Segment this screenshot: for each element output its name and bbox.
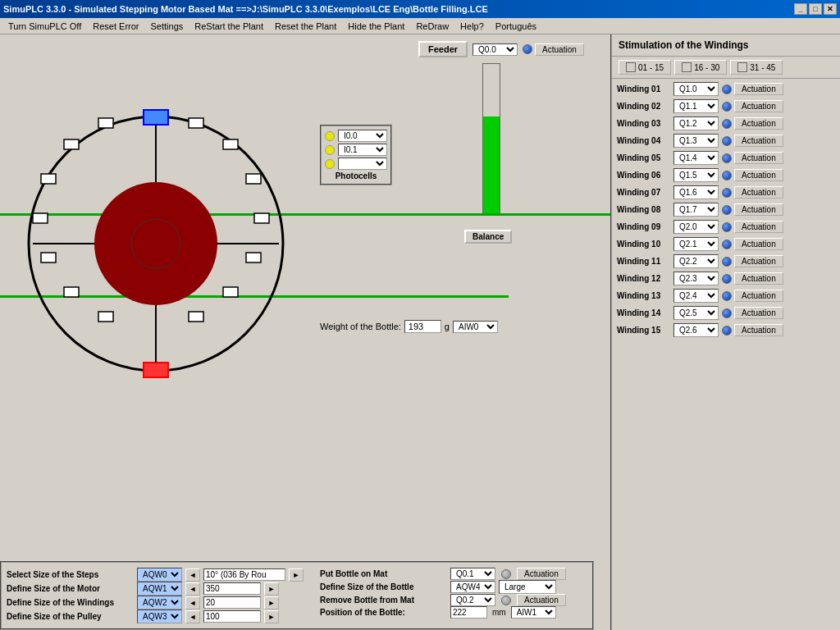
motor-up-btn[interactable]: ►: [264, 582, 279, 596]
remove-bottle-actuation-btn[interactable]: Actuation: [517, 594, 566, 606]
list-item: Winding 14Q2.5Actuation: [617, 304, 835, 322]
feeder-register-select[interactable]: Q0.0: [472, 43, 518, 56]
menu-hide[interactable]: Hide the Plant: [343, 20, 409, 33]
menu-lang[interactable]: Português: [491, 20, 541, 33]
photocell-select-1[interactable]: I0.0: [338, 130, 387, 142]
svg-rect-1: [144, 110, 168, 125]
weight-label: Weight of the Bottle:: [320, 322, 401, 331]
feeder-led: [523, 44, 532, 54]
winding-select-9[interactable]: Q2.0: [673, 220, 719, 234]
winding-actuation-btn-1[interactable]: Actuation: [734, 83, 783, 95]
winding-name-5: Winding 05: [617, 153, 670, 162]
put-bottle-led: [501, 569, 511, 579]
winding-actuation-btn-2[interactable]: Actuation: [734, 100, 783, 112]
winding-name-3: Winding 03: [617, 119, 670, 128]
winding-select-7[interactable]: Q1.6: [673, 185, 719, 199]
menu-turn-off[interactable]: Turn SimuPLC Off: [3, 20, 86, 33]
winding-select-2[interactable]: Q1.1: [673, 99, 719, 113]
feeder-actuation-button[interactable]: Actuation: [535, 43, 584, 56]
winding-select-12[interactable]: Q2.3: [673, 272, 719, 285]
steps-row: Select Size of the Steps AQW0 ◄ ►: [7, 568, 304, 582]
winding-actuation-7: Actuation: [722, 186, 783, 199]
winding-actuation-btn-8[interactable]: Actuation: [734, 203, 783, 216]
pulley-row: Define Size of the Pulley AQW3 ◄ ►: [7, 609, 304, 623]
winding-list: Winding 01Q1.0ActuationWinding 02Q1.1Act…: [612, 79, 840, 630]
menu-settings[interactable]: Settings: [146, 20, 189, 33]
winding-select-10[interactable]: Q2.1: [673, 237, 719, 251]
menu-reset-error[interactable]: Reset Error: [88, 20, 144, 33]
bottle-size-value-select[interactable]: Large: [499, 580, 556, 594]
menu-reset-plant[interactable]: Reset the Plant: [270, 20, 341, 33]
steps-value[interactable]: [203, 568, 285, 581]
svg-rect-5: [41, 174, 56, 184]
windings-up-btn[interactable]: ►: [264, 596, 279, 609]
steps-up-btn[interactable]: ►: [289, 568, 304, 582]
photocell-led-3: [325, 159, 335, 169]
minimize-button[interactable]: _: [794, 3, 807, 15]
winding-select-15[interactable]: Q2.6: [673, 323, 719, 337]
winding-actuation-btn-10[interactable]: Actuation: [734, 238, 783, 250]
winding-select-6[interactable]: Q1.5: [673, 168, 719, 182]
windings-value[interactable]: [203, 596, 261, 609]
motor-value[interactable]: [203, 582, 261, 595]
photocell-select-2[interactable]: I0.1: [338, 144, 387, 156]
winding-select-1[interactable]: Q1.0: [673, 82, 719, 96]
winding-select-5[interactable]: Q1.4: [673, 151, 719, 165]
winding-select-11[interactable]: Q2.2: [673, 254, 719, 268]
steps-label: Select Size of the Steps: [7, 570, 134, 579]
maximize-button[interactable]: □: [809, 3, 822, 15]
title-bar: SimuPLC 3.3.0 - Simulated Stepping Motor…: [0, 0, 840, 18]
winding-select-13[interactable]: Q2.4: [673, 289, 719, 303]
steps-down-btn[interactable]: ◄: [185, 568, 200, 582]
menu-redraw[interactable]: ReDraw: [411, 20, 454, 33]
winding-actuation-btn-9[interactable]: Actuation: [734, 221, 783, 233]
put-bottle-actuation-btn[interactable]: Actuation: [517, 568, 566, 580]
winding-actuation-6: Actuation: [722, 169, 783, 181]
tab-icon-2: [682, 62, 692, 72]
windings-down-btn[interactable]: ◄: [185, 596, 200, 609]
windings-reg-select[interactable]: AQW2: [137, 596, 182, 609]
stim-tab-1-15[interactable]: 01 - 15: [619, 60, 671, 75]
winding-actuation-btn-12[interactable]: Actuation: [734, 272, 783, 285]
pulley-value[interactable]: [203, 610, 261, 623]
menu-restart[interactable]: ReStart the Plant: [189, 20, 268, 33]
winding-actuation-10: Actuation: [722, 238, 783, 250]
remove-bottle-reg-select[interactable]: Q0.2: [450, 594, 495, 606]
motor-down-btn[interactable]: ◄: [185, 582, 200, 596]
winding-select-8[interactable]: Q1.7: [673, 203, 719, 217]
pulley-down-btn[interactable]: ◄: [185, 610, 200, 623]
steps-reg-select[interactable]: AQW0: [137, 568, 182, 582]
pulley-up-btn[interactable]: ►: [264, 610, 279, 623]
winding-actuation-btn-4[interactable]: Actuation: [734, 135, 783, 147]
stim-tab-31-45[interactable]: 31 - 45: [730, 60, 783, 75]
winding-actuation-btn-15[interactable]: Actuation: [734, 324, 783, 336]
bottle-size-reg-select[interactable]: AQW4: [450, 581, 495, 593]
winding-actuation-btn-3[interactable]: Actuation: [734, 117, 783, 130]
svg-rect-13: [254, 213, 269, 223]
photocell-select-3[interactable]: [338, 158, 387, 170]
pulley-reg-select[interactable]: AQW3: [137, 609, 182, 623]
remove-bottle-label: Remove Bottle from Mat: [320, 596, 447, 605]
close-button[interactable]: ✕: [824, 3, 837, 15]
window-controls[interactable]: _ □ ✕: [794, 3, 837, 15]
winding-actuation-btn-7[interactable]: Actuation: [734, 186, 783, 199]
stim-tab-16-30[interactable]: 16 - 30: [674, 60, 727, 75]
winding-actuation-btn-6[interactable]: Actuation: [734, 169, 783, 181]
winding-actuation-btn-11[interactable]: Actuation: [734, 255, 783, 267]
photocell-row-3: [325, 158, 387, 170]
motor-reg-select[interactable]: AQW1: [137, 582, 182, 596]
winding-actuation-btn-13[interactable]: Actuation: [734, 290, 783, 302]
balance-label: Balance: [464, 230, 512, 244]
winding-select-3[interactable]: Q1.2: [673, 116, 719, 130]
winding-select-14[interactable]: Q2.5: [673, 306, 719, 320]
winding-actuation-btn-14[interactable]: Actuation: [734, 307, 783, 319]
bottle-position-input[interactable]: [450, 606, 487, 619]
position-reg-select[interactable]: AIW1: [511, 606, 556, 619]
winding-name-12: Winding 12: [617, 274, 670, 283]
winding-select-4[interactable]: Q1.3: [673, 134, 719, 148]
menu-help[interactable]: Help?: [455, 20, 489, 33]
put-bottle-reg-select[interactable]: Q0.1: [450, 568, 495, 580]
winding-actuation-btn-5[interactable]: Actuation: [734, 152, 783, 164]
weight-register-select[interactable]: AIW0: [453, 321, 498, 333]
feeder-label[interactable]: Feeder: [418, 41, 468, 57]
